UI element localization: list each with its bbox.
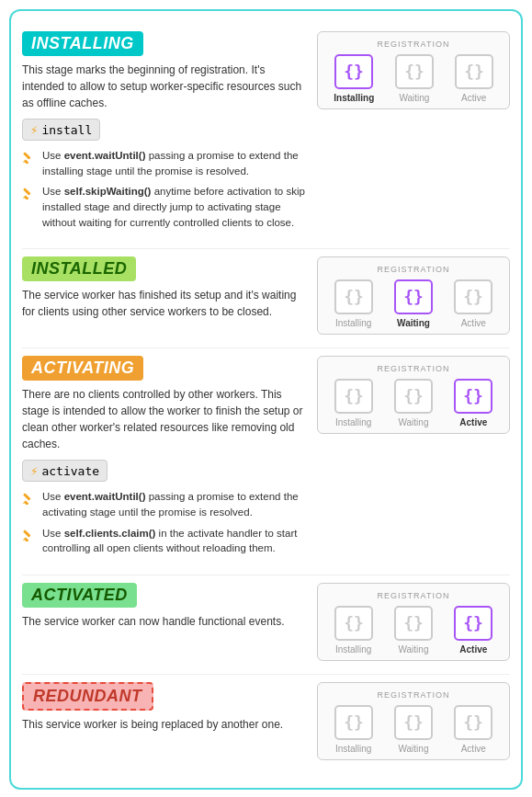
reg-item-label: Installing [335, 318, 371, 328]
reg-item-waiting: {} Waiting [395, 54, 434, 103]
tip-installing-1: Use self.skipWaiting() anytime before ac… [22, 184, 308, 230]
reg-box-active: {} [454, 606, 492, 641]
svg-text:{}: {} [463, 613, 483, 632]
reg-box-waiting: {} [394, 705, 433, 740]
reg-item-waiting: {} Waiting [394, 606, 433, 655]
section-activating: ACTIVATING There are no clients controll… [22, 356, 510, 562]
svg-rect-0 [24, 159, 29, 164]
reg-item-installing: {} Installing [334, 54, 374, 103]
reg-item-label: Waiting [398, 644, 428, 655]
section-top-installed: INSTALLED The service worker has finishe… [22, 256, 510, 335]
page-container: INSTALLING This stage marks the beginnin… [9, 9, 523, 790]
section-left-activating: ACTIVATING There are no clients controll… [22, 356, 308, 562]
reg-label: REGISTRATION [325, 40, 502, 49]
section-desc-installed: The service worker has finished its setu… [22, 287, 308, 320]
svg-text:{}: {} [463, 287, 483, 306]
reg-box-installing: {} [334, 705, 373, 740]
reg-boxes: {} Installing {} Waiting {} Active [325, 705, 502, 754]
svg-rect-12 [24, 501, 29, 506]
svg-text:{}: {} [403, 287, 424, 306]
section-divider [22, 347, 510, 348]
reg-box-waiting: {} [394, 606, 433, 641]
reg-item-label: Waiting [398, 417, 428, 427]
code-badge-activating: ⚡ activate [22, 460, 108, 482]
section-left-activated: ACTIVATED The service worker can now han… [22, 583, 308, 637]
section-desc-redundant: This service worker is being replaced by… [22, 716, 308, 733]
reg-box-installing: {} [334, 606, 373, 641]
tip-text: Use event.waitUntil() passing a promise … [42, 489, 308, 519]
svg-rect-16 [23, 529, 30, 537]
reg-box-installing: {} [334, 279, 373, 314]
svg-text:{}: {} [344, 386, 364, 405]
svg-text:{}: {} [463, 712, 483, 732]
section-desc-installing: This stage marks the beginning of regist… [22, 62, 308, 111]
code-text: activate [41, 464, 99, 478]
tip-installing-0: Use event.waitUntil() passing a promise … [22, 148, 308, 178]
reg-item-active: {} Active [454, 379, 492, 427]
section-left-installed: INSTALLED The service worker has finishe… [22, 256, 308, 327]
reg-box-waiting: {} [394, 279, 433, 314]
section-left-installing: INSTALLING This stage marks the beginnin… [22, 31, 308, 235]
tip-activating-1: Use self.clients.claim() in the activate… [22, 526, 308, 556]
reg-label: REGISTRATION [325, 364, 502, 373]
stage-badge-redundant: REDUNDANT [22, 682, 153, 711]
reg-box-waiting: {} [394, 379, 433, 414]
section-desc-activating: There are no clients controlled by other… [22, 386, 308, 452]
tip-text: Use self.skipWaiting() anytime before ac… [42, 184, 308, 230]
reg-item-installing: {} Installing [334, 705, 373, 754]
section-top-activated: ACTIVATED The service worker can now han… [22, 583, 510, 661]
svg-text:{}: {} [464, 62, 484, 81]
reg-item-waiting: {} Waiting [394, 705, 433, 754]
section-redundant: REDUNDANT This service worker is being r… [22, 682, 510, 760]
section-activated: ACTIVATED The service worker can now han… [22, 583, 510, 661]
stage-badge-activated: ACTIVATED [22, 583, 137, 608]
svg-text:{}: {} [403, 613, 424, 632]
reg-item-active: {} Active [455, 54, 493, 103]
svg-rect-1 [23, 152, 30, 159]
reg-item-label: Waiting [399, 93, 429, 103]
svg-rect-13 [23, 494, 30, 501]
section-right-activated: REGISTRATION {} Installing {} Waiting {}… [317, 583, 510, 661]
reg-box-active: {} [454, 379, 492, 414]
reg-item-installing: {} Installing [334, 279, 373, 328]
section-top-installing: INSTALLING This stage marks the beginnin… [22, 31, 510, 235]
stage-badge-installed: INSTALLED [22, 256, 136, 281]
reg-item-active: {} Active [454, 705, 492, 754]
svg-rect-15 [24, 537, 29, 541]
section-right-installing: REGISTRATION {} Installing {} Waiting {}… [317, 31, 510, 109]
section-right-installed: REGISTRATION {} Installing {} Waiting {}… [317, 256, 510, 335]
reg-box-active: {} [454, 705, 492, 740]
svg-text:{}: {} [404, 62, 424, 81]
section-desc-activated: The service worker can now handle functi… [22, 613, 308, 630]
reg-boxes: {} Installing {} Waiting {} Active [325, 379, 502, 427]
section-right-redundant: REGISTRATION {} Installing {} Waiting {}… [317, 682, 510, 760]
tip-activating-0: Use event.waitUntil() passing a promise … [22, 489, 308, 519]
code-text: install [41, 123, 92, 137]
section-left-redundant: REDUNDANT This service worker is being r… [22, 682, 308, 740]
reg-diagram: REGISTRATION {} Installing {} Waiting {}… [317, 682, 510, 760]
reg-label: REGISTRATION [325, 265, 502, 274]
reg-item-label: Active [461, 744, 486, 754]
section-installed: INSTALLED The service worker has finishe… [22, 256, 510, 335]
section-right-activating: REGISTRATION {} Installing {} Waiting {}… [317, 356, 510, 434]
tip-text: Use event.waitUntil() passing a promise … [42, 148, 308, 178]
reg-diagram: REGISTRATION {} Installing {} Waiting {}… [317, 256, 510, 335]
stage-badge-installing: INSTALLING [22, 31, 143, 56]
reg-label: REGISTRATION [325, 690, 502, 700]
svg-text:{}: {} [344, 62, 364, 81]
reg-diagram: REGISTRATION {} Installing {} Waiting {}… [317, 356, 510, 434]
reg-item-waiting: {} Waiting [394, 379, 433, 427]
reg-item-active: {} Active [454, 606, 492, 655]
svg-rect-3 [24, 196, 29, 200]
reg-box-installing: {} [334, 379, 373, 414]
reg-box-installing: {} [334, 54, 373, 89]
reg-box-active: {} [454, 279, 492, 314]
stage-badge-activating: ACTIVATING [22, 356, 143, 381]
tip-text: Use self.clients.claim() in the activate… [42, 526, 308, 556]
reg-item-label: Installing [335, 744, 371, 754]
lightning-icon: ⚡ [30, 122, 38, 137]
reg-item-label: Installing [334, 93, 374, 103]
section-divider [22, 674, 510, 675]
reg-label: REGISTRATION [325, 591, 502, 600]
section-divider [22, 575, 510, 575]
